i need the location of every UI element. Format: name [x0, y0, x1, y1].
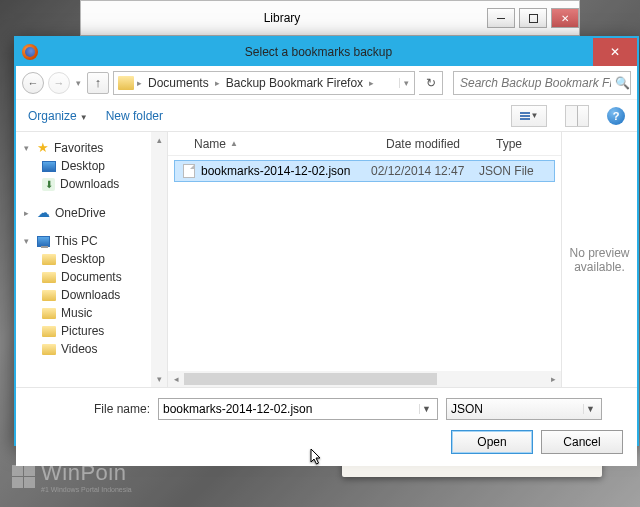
scroll-right-icon[interactable]: ▸: [545, 371, 561, 387]
breadcrumb-seg-1[interactable]: Backup Bookmark Firefox: [223, 76, 366, 90]
library-window-titlebar: Library ✕: [80, 0, 580, 36]
nav-back-button[interactable]: ←: [22, 72, 44, 94]
refresh-button[interactable]: ↻: [419, 71, 443, 95]
open-button[interactable]: Open: [451, 430, 533, 454]
star-icon: ★: [37, 140, 49, 155]
nav-history-dropdown[interactable]: ▾: [76, 78, 81, 88]
breadcrumb-bar[interactable]: ▸ Documents ▸ Backup Bookmark Firefox ▸ …: [113, 71, 415, 95]
library-close-button[interactable]: ✕: [551, 8, 579, 28]
file-name: bookmarks-2014-12-02.json: [201, 164, 350, 178]
folder-tree[interactable]: ★Favorites Desktop ⬇Downloads ☁OneDrive …: [16, 132, 168, 387]
scroll-thumb[interactable]: [184, 373, 437, 385]
firefox-icon: [22, 44, 38, 60]
filetype-filter[interactable]: JSON ▼: [446, 398, 602, 420]
folder-icon: [42, 326, 56, 337]
tree-this-pc[interactable]: This PC: [20, 232, 163, 250]
tree-pc-documents[interactable]: Documents: [20, 268, 163, 286]
tree-favorites-downloads[interactable]: ⬇Downloads: [20, 175, 163, 193]
search-icon: 🔍: [615, 76, 630, 90]
tree-scrollbar[interactable]: ▴ ▾: [151, 132, 167, 387]
chevron-down-icon[interactable]: ▼: [583, 404, 597, 414]
tree-favorites-desktop[interactable]: Desktop: [20, 157, 163, 175]
col-date[interactable]: Date modified: [380, 137, 490, 151]
cancel-button[interactable]: Cancel: [541, 430, 623, 454]
col-type[interactable]: Type: [490, 137, 561, 151]
folder-icon: [42, 308, 56, 319]
file-date: 02/12/2014 12:47: [371, 164, 479, 178]
tree-pc-music[interactable]: Music: [20, 304, 163, 322]
scroll-up-icon[interactable]: ▴: [151, 132, 167, 148]
library-maximize-button[interactable]: [519, 8, 547, 28]
breadcrumb-dropdown[interactable]: ▾: [399, 78, 410, 88]
file-icon: [183, 164, 195, 178]
desktop-icon: [42, 161, 56, 172]
breadcrumb-sep-icon: ▸: [368, 78, 375, 88]
tree-favorites[interactable]: ★Favorites: [20, 138, 163, 157]
help-button[interactable]: ?: [607, 107, 625, 125]
filename-combo[interactable]: bookmarks-2014-12-02.json ▼: [158, 398, 438, 420]
new-folder-button[interactable]: New folder: [106, 109, 163, 123]
folder-icon: [118, 76, 134, 90]
breadcrumb-seg-0[interactable]: Documents: [145, 76, 212, 90]
file-row-selected[interactable]: bookmarks-2014-12-02.json 02/12/2014 12:…: [174, 160, 555, 182]
scroll-left-icon[interactable]: ◂: [168, 371, 184, 387]
library-minimize-button[interactable]: [487, 8, 515, 28]
filename-value: bookmarks-2014-12-02.json: [163, 402, 419, 416]
tree-pc-pictures[interactable]: Pictures: [20, 322, 163, 340]
preview-text: No preview available.: [568, 246, 631, 274]
onedrive-icon: ☁: [37, 205, 50, 220]
file-list[interactable]: Name▲ Date modified Type bookmarks-2014-…: [168, 132, 561, 387]
search-input[interactable]: [460, 76, 611, 90]
dialog-titlebar[interactable]: Select a bookmarks backup ✕: [16, 38, 637, 66]
dialog-title: Select a bookmarks backup: [44, 45, 593, 59]
file-hscrollbar[interactable]: ◂ ▸: [168, 371, 561, 387]
tree-pc-downloads[interactable]: Downloads: [20, 286, 163, 304]
downloads-icon: ⬇: [42, 178, 55, 191]
tree-onedrive[interactable]: ☁OneDrive: [20, 203, 163, 222]
pc-icon: [37, 236, 50, 247]
file-open-dialog: Select a bookmarks backup ✕ ← → ▾ ↑ ▸ Do…: [14, 36, 639, 446]
breadcrumb-sep-icon: ▸: [136, 78, 143, 88]
chevron-down-icon[interactable]: ▼: [419, 404, 433, 414]
folder-icon: [42, 344, 56, 355]
preview-pane-toggle[interactable]: [565, 105, 589, 127]
breadcrumb-sep-icon: ▸: [214, 78, 221, 88]
tree-pc-desktop[interactable]: Desktop: [20, 250, 163, 268]
folder-icon: [42, 272, 56, 283]
organize-menu[interactable]: Organize▼: [28, 109, 88, 123]
scroll-down-icon[interactable]: ▾: [151, 371, 167, 387]
sort-asc-icon: ▲: [230, 139, 238, 148]
dialog-close-button[interactable]: ✕: [593, 38, 637, 66]
library-title: Library: [264, 11, 301, 25]
folder-icon: [42, 290, 56, 301]
filename-label: File name:: [30, 402, 150, 416]
col-name[interactable]: Name▲: [188, 137, 380, 151]
search-box[interactable]: 🔍: [453, 71, 631, 95]
tree-pc-videos[interactable]: Videos: [20, 340, 163, 358]
watermark-tagline: #1 Windows Portal Indonesia: [41, 486, 132, 493]
folder-icon: [42, 254, 56, 265]
filter-value: JSON: [451, 402, 583, 416]
nav-up-button[interactable]: ↑: [87, 72, 109, 94]
file-type: JSON File: [479, 164, 554, 178]
preview-pane: No preview available.: [561, 132, 637, 387]
nav-forward-button[interactable]: →: [48, 72, 70, 94]
view-options-button[interactable]: ▼: [511, 105, 547, 127]
